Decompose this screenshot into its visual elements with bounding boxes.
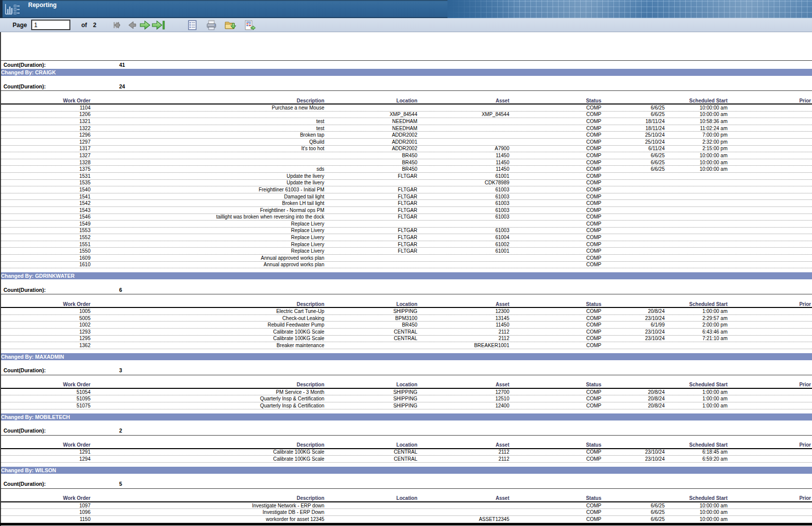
export-report-button[interactable] [243, 19, 256, 31]
cell: 7:21:10 am [666, 336, 729, 341]
cell: 1150 [1, 516, 92, 522]
cell: BR450 [325, 153, 418, 158]
cell: FLTGAR [325, 214, 418, 220]
cell: ADDR2002 [325, 132, 418, 138]
cell: 1362 [1, 343, 92, 348]
table-row: 1150workorder for asset 12345ASSET12345C… [1, 516, 812, 523]
cell: 2112 [418, 329, 510, 335]
column-header: Location [325, 301, 418, 307]
cell: 12700 [418, 389, 510, 395]
cell: 1005 [1, 308, 92, 314]
column-header: Prior [729, 382, 812, 387]
table-row: 1549Replace LiveryCOMP [1, 221, 812, 228]
cell: BR450 [325, 322, 418, 328]
cell: BR450 [325, 160, 418, 165]
cell: 1097 [1, 503, 92, 508]
cell: SHIPPING [325, 396, 418, 401]
cell: ADDR2001 [325, 139, 418, 145]
cell: 23/10/24 [602, 449, 666, 455]
cell: QBuild [92, 139, 325, 145]
cell: 1542 [1, 200, 92, 206]
titlebar-left-edge [0, 0, 3, 18]
cell: COMP [510, 214, 602, 220]
cell: FLTGAR [325, 173, 418, 179]
cell: 11450 [418, 166, 510, 172]
cell: 1:00:00 am [666, 396, 729, 401]
group-band-label: Changed By: CRAIGK [1, 69, 56, 75]
cell: Breaker maintenance [92, 343, 325, 348]
table-row: 1206XMP_84544XMP_84544COMP6/6/2510:00:00… [1, 112, 812, 119]
previous-page-button[interactable] [126, 19, 139, 31]
cell: 25/10/24 [602, 139, 666, 145]
cell: taillight was broken when reversing into… [92, 214, 325, 220]
cell: COMP [510, 262, 602, 267]
cell: 6:59:20 am [666, 456, 729, 462]
cell: 1096 [1, 509, 92, 515]
previous-page-arrow-icon [127, 21, 137, 30]
cell: 12510 [418, 396, 510, 401]
cell: 6/6/25 [602, 153, 666, 158]
title-bar: Reporting [0, 0, 812, 18]
report-chart-icon [5, 2, 20, 16]
cell: Annual approvd works plan [92, 262, 325, 267]
cell: 1541 [1, 194, 92, 199]
cell: Investigate Network - ERP down [92, 503, 325, 508]
report-top-margin [1, 32, 812, 60]
cell: Update the livery [92, 180, 325, 185]
table-row: 1535Update the liveryCDK78989COMP [1, 180, 812, 187]
cell: 1:00:00 am [666, 403, 729, 408]
cell: 11450 [418, 322, 510, 328]
cell: COMP [510, 322, 602, 328]
cell: 2112 [418, 449, 510, 455]
cell: NEEDHAM [325, 119, 418, 124]
cell: 20/8/24 [602, 308, 666, 314]
cell: COMP [510, 509, 602, 515]
cell: COMP [510, 255, 602, 261]
cell: COMP [510, 194, 602, 199]
cell: 7:00:00 pm [666, 132, 729, 138]
cell: It's too hot [92, 146, 325, 151]
cell: 1552 [1, 235, 92, 240]
cell: 10:00:00 am [666, 105, 729, 111]
column-header: Work Order [1, 98, 92, 103]
cell: COMP [510, 119, 602, 124]
cell: FLTGAR [325, 228, 418, 233]
cell: CENTRAL [325, 449, 418, 455]
cell: 6/6/25 [602, 516, 666, 522]
column-header-row: Work OrderDescriptionLocationAssetStatus… [1, 495, 812, 502]
cell: FLTGAR [325, 187, 418, 192]
group-band: Changed By: CRAIGK [1, 69, 812, 76]
cell: COMP [510, 207, 602, 213]
cell: COMP [510, 308, 602, 314]
cell: 10:00:00 am [666, 503, 729, 508]
first-page-button[interactable] [113, 19, 126, 31]
page-number-input[interactable] [31, 20, 70, 30]
last-page-button[interactable] [152, 19, 165, 31]
page-of-label: of [81, 22, 87, 29]
cell: COMP [510, 516, 602, 522]
cell: 6/6/25 [602, 166, 666, 172]
table-of-contents-button[interactable] [186, 19, 199, 31]
table-row: 1002Rebuild Feedwater PumpBR45011450COMP… [1, 322, 812, 329]
table-row: 1543Freightliner - Normal ops PMFLTGAR61… [1, 207, 812, 214]
cell: 2112 [418, 336, 510, 341]
export-report-icon [244, 20, 255, 30]
column-header: Asset [418, 382, 510, 387]
cell: 1540 [1, 187, 92, 192]
column-header: Location [325, 98, 418, 103]
cell: 20/8/24 [602, 389, 666, 395]
cell: test [92, 126, 325, 131]
table-row: 1546taillight was broken when reversing … [1, 214, 812, 221]
print-button[interactable] [205, 19, 218, 31]
export-data-button[interactable] [224, 19, 237, 31]
column-header: Description [92, 442, 325, 448]
cell: COMP [510, 126, 602, 131]
next-page-button[interactable] [139, 19, 152, 31]
cell: 1327 [1, 153, 92, 158]
cell: 1535 [1, 180, 92, 185]
group-count-label: Count(Duration): [1, 428, 119, 434]
table-row: 1542Broken LH tail lightFLTGAR61003COMP [1, 200, 812, 207]
cell: Replace Livery [92, 235, 325, 240]
cell: 2:29:57 am [666, 315, 729, 321]
column-header: Status [510, 495, 602, 501]
